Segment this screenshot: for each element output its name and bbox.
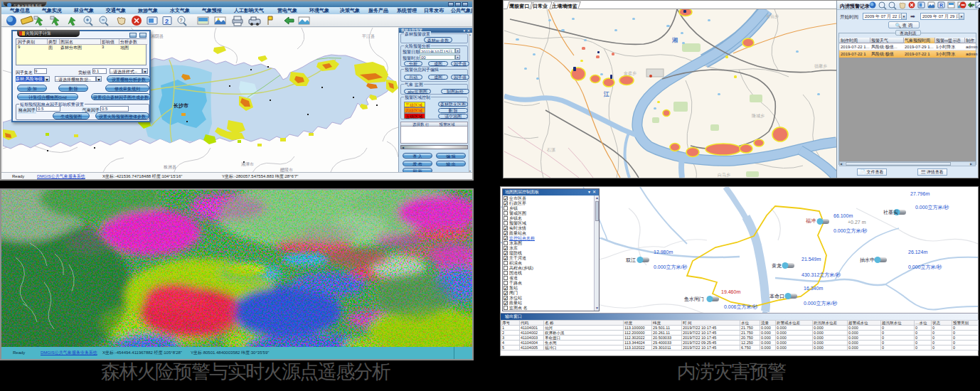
svg-text:湘潭市: 湘潭市 bbox=[241, 161, 254, 167]
svg-text:鱼水闸门: 鱼水闸门 bbox=[684, 296, 704, 302]
svg-text:12.980m: 12.980m bbox=[654, 250, 673, 255]
svg-text:26.124m: 26.124m bbox=[908, 250, 927, 255]
svg-text:社基实: 社基实 bbox=[883, 210, 898, 215]
svg-text:江: 江 bbox=[603, 91, 609, 97]
svg-text:2: 2 bbox=[165, 18, 169, 25]
svg-text:21.549m: 21.549m bbox=[801, 257, 821, 262]
svg-text:27.796m: 27.796m bbox=[910, 191, 930, 196]
svg-text:考仙乡: 考仙乡 bbox=[766, 14, 779, 19]
svg-text:0.000立方米/秒: 0.000立方米/秒 bbox=[908, 264, 942, 270]
svg-text:革命口: 革命口 bbox=[769, 294, 784, 299]
svg-text:0.006立方米/秒: 0.006立方米/秒 bbox=[724, 304, 757, 310]
svg-text:平江县: 平江县 bbox=[362, 33, 375, 38]
svg-text:石溪: 石溪 bbox=[546, 147, 555, 153]
svg-text:R: R bbox=[939, 3, 943, 8]
svg-text:0.000立方米/秒: 0.000立方米/秒 bbox=[833, 227, 867, 234]
svg-text:430.312立方米/秒: 430.312立方米/秒 bbox=[801, 272, 841, 278]
svg-text:隆城乡: 隆城乡 bbox=[752, 113, 765, 118]
svg-text:醴陵市: 醴陵市 bbox=[280, 167, 293, 172]
svg-text:66.100m: 66.100m bbox=[833, 213, 853, 218]
svg-text:+0.27 m: +0.27 m bbox=[848, 220, 866, 225]
svg-text:金盆乡: 金盆乡 bbox=[623, 71, 637, 75]
svg-text:0.000立方米/秒: 0.000立方米/秒 bbox=[654, 264, 687, 270]
svg-text:长沙市: 长沙市 bbox=[173, 102, 188, 109]
svg-text:福冲: 福冲 bbox=[806, 218, 816, 224]
svg-text:双江: 双江 bbox=[626, 257, 636, 263]
svg-text:19.460m: 19.460m bbox=[721, 289, 740, 294]
svg-text:0.000立方米/秒: 0.000立方米/秒 bbox=[804, 300, 837, 306]
svg-text:抽水中: 抽水中 bbox=[860, 257, 875, 263]
svg-text:16.340m: 16.340m bbox=[804, 286, 823, 291]
svg-text:0.000立方米/秒: 0.000立方米/秒 bbox=[915, 204, 949, 210]
svg-text:?: ? bbox=[180, 18, 183, 23]
svg-text:湘阴县: 湘阴县 bbox=[151, 34, 164, 39]
svg-text:德馨乡: 德馨乡 bbox=[814, 63, 827, 69]
svg-text:×: × bbox=[969, 2, 973, 9]
svg-text:黄龙: 黄龙 bbox=[772, 263, 782, 269]
svg-text:白马乡: 白马乡 bbox=[718, 173, 730, 178]
svg-text:湘: 湘 bbox=[671, 37, 678, 43]
svg-text:株洲县: 株洲县 bbox=[163, 165, 176, 169]
